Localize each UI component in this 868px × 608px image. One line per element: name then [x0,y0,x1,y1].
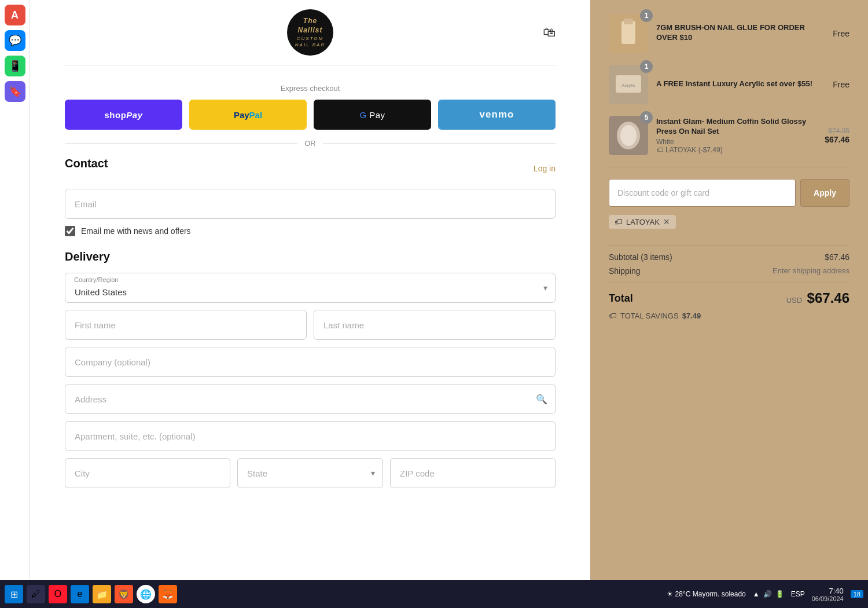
sidebar-app-bookmark[interactable]: 🔖 [5,81,25,102]
apply-discount-button[interactable]: Apply [800,179,849,207]
discount-code-input[interactable] [609,179,796,207]
item-1-details: 7GM BRUSH-ON NAIL GLUE FOR ORDER OVER $1… [656,23,825,44]
contact-title: Contact [65,157,108,170]
item-3-original-price: $74.95 [825,127,849,135]
speaker-icon: 🔊 [763,590,772,598]
svg-point-8 [620,125,637,146]
item-3-current-price: $67.46 [825,135,849,144]
item-1-image-wrapper: 1 [609,14,648,53]
contact-section: Contact Log in Email me with news and of… [65,157,556,236]
express-checkout-section: Express checkout shopPay PayPal G Pay ve… [65,84,556,148]
svg-text:Acrylic: Acrylic [621,83,635,88]
sidebar-app-messenger[interactable]: 💬 [5,30,25,51]
paypal-button[interactable]: PayPal [189,100,307,130]
email-row [65,189,556,219]
taskbar-edge-icon[interactable]: e [71,585,89,603]
newsletter-label: Email me with news and offers [81,226,191,236]
sidebar-app-arcbrowser[interactable]: A [5,5,25,25]
shipping-label: Shipping [609,266,641,276]
total-value: $67.46 [807,290,849,306]
login-link[interactable]: Log in [534,164,556,173]
notification-badge[interactable]: 18 [851,590,863,598]
coupon-icon: 🏷 [615,217,623,226]
item-3-name: Instant Glam- Medium Coffin Solid Glossy… [656,117,816,137]
or-divider: OR [65,139,556,148]
item-3-coupon: 🏷 LATOYAK (-$7.49) [656,146,816,154]
site-logo[interactable]: The Nailist CUSTOM NAIL BAR [287,9,333,56]
delivery-title: Delivery [65,250,556,263]
total-row: Total USD $67.46 [609,290,849,306]
country-row: Country/Region United States ▾ [65,273,556,303]
first-name-field[interactable] [65,310,307,340]
total-value-container: USD $67.46 [786,290,849,306]
zip-field[interactable] [390,458,556,488]
taskbar-firefox-icon[interactable]: 🦊 [159,585,177,603]
taskbar-brave-icon[interactable]: 🦁 [115,585,133,603]
main-container: The Nailist CUSTOM NAIL BAR 🛍 Express ch… [30,0,868,580]
order-item-1: 1 7GM BRUSH-ON NAIL GLUE FOR ORDER OVER … [609,14,849,53]
weather-icon: ☀ [667,590,673,598]
item-2-price-value: Free [833,80,849,89]
items-divider [609,167,849,167]
logo-brand: The Nailist [292,17,329,35]
taskbar-files-icon[interactable]: 📁 [93,585,111,603]
clock-date: 06/09/2024 [812,595,844,602]
checkout-left-panel: The Nailist CUSTOM NAIL BAR 🛍 Express ch… [30,0,590,580]
taskbar-chrome-icon[interactable]: 🌐 [137,585,155,603]
start-button[interactable]: ⊞ [5,585,23,603]
weather-text: 28°C Mayorm. soleado [675,590,746,598]
company-row [65,347,556,377]
item-2-name: A FREE Instant Luxury Acrylic set over $… [656,79,825,89]
savings-row: 🏷 TOTAL SAVINGS $7.49 [609,311,849,320]
shipping-value: Enter shipping address [773,266,849,276]
sidebar-apps: A 💬 📱 🔖 [0,0,30,580]
coupon-code: LATOYAK [626,218,660,226]
address-row: 🔍 [65,384,556,414]
email-field[interactable] [65,189,556,219]
shoppay-button[interactable]: shopPay [65,100,182,130]
shipping-row: Shipping Enter shipping address [609,266,849,276]
state-select[interactable]: State [237,458,383,488]
item-1-price-value: Free [833,29,849,38]
sidebar-app-whatsapp[interactable]: 📱 [5,56,25,76]
apt-row [65,421,556,451]
network-icon: ▲ [753,590,760,598]
coupon-tag-icon: 🏷 [656,146,663,154]
item-1-badge: 1 [640,9,653,22]
delivery-section: Delivery Country/Region United States ▾ [65,250,556,488]
item-3-details: Instant Glam- Medium Coffin Solid Glossy… [656,117,816,154]
item-3-image-wrapper: 5 [609,116,648,155]
applied-coupon-tag: 🏷 LATOYAK ✕ [609,215,676,229]
last-name-field[interactable] [314,310,556,340]
total-label: Total [609,292,633,305]
windows-icon: ⊞ [10,589,18,600]
newsletter-checkbox[interactable] [65,226,75,236]
item-2-price: Free [833,79,849,90]
contact-header: Contact Log in [65,157,556,180]
taskbar-pen-icon[interactable]: 🖊 [27,585,45,603]
company-field[interactable] [65,347,556,377]
remove-coupon-button[interactable]: ✕ [663,217,670,226]
item-3-coupon-text: LATOYAK (-$7.49) [665,146,723,154]
newsletter-row: Email me with news and offers [65,226,556,236]
name-row [65,310,556,340]
taskbar-sys-icons: ▲ 🔊 🔋 [753,590,784,598]
cart-icon[interactable]: 🛍 [543,25,556,40]
logo-subtitle: CUSTOM NAIL BAR [292,36,329,48]
address-field[interactable] [65,384,556,414]
country-select[interactable]: United States [65,273,556,303]
taskbar-weather: ☀ 28°C Mayorm. soleado [667,590,746,598]
city-field[interactable] [65,458,230,488]
express-checkout-buttons: shopPay PayPal G Pay venmo [65,100,556,130]
apt-field[interactable] [65,421,556,451]
total-currency: USD [786,296,802,305]
subtotal-value: $67.46 [825,252,849,262]
item-1-price: Free [833,28,849,39]
item-2-badge: 1 [640,60,653,73]
taskbar-opera-icon[interactable]: O [49,585,67,603]
item-3-variant: White [656,138,816,146]
venmo-button[interactable]: venmo [438,100,556,130]
taskbar-right: ☀ 28°C Mayorm. soleado ▲ 🔊 🔋 ESP 7:40 06… [667,587,863,602]
gpay-button[interactable]: G Pay [314,100,431,130]
order-item-2: Acrylic 1 A FREE Instant Luxury Acrylic … [609,65,849,104]
